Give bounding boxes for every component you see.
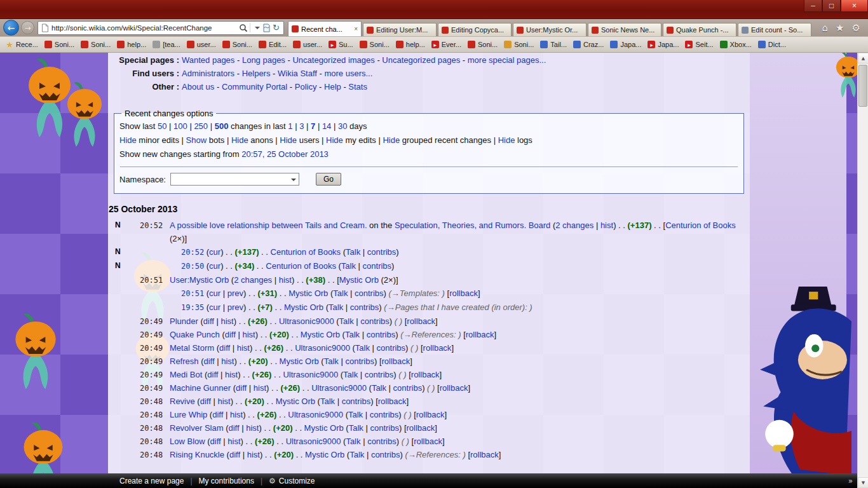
user-contribs-link[interactable]: contribs — [360, 316, 390, 326]
shortcut-link[interactable]: more special pages... — [468, 55, 546, 65]
user-talk-link[interactable]: Talk — [339, 316, 354, 326]
user-link[interactable]: Mystic Orb — [305, 450, 344, 459]
favorites-bar-item[interactable]: Soni... — [41, 39, 78, 50]
home-button[interactable]: ⌂ — [822, 22, 829, 34]
shortcut-link[interactable]: Stats — [348, 82, 367, 92]
days-option[interactable]: 14 — [322, 121, 331, 131]
search-icon[interactable] — [239, 24, 248, 32]
user-talk-link[interactable]: Talk — [329, 302, 343, 312]
user-contribs-link[interactable]: contribs — [363, 261, 392, 271]
user-contribs-link[interactable]: contribs — [350, 302, 379, 312]
from-timestamp-link[interactable]: 20:57, 25 October 2013 — [241, 149, 329, 159]
favorites-bar-item[interactable]: Edit... — [255, 39, 290, 50]
revision-time-link[interactable]: 20:50 — [181, 262, 204, 271]
history-link[interactable]: hist — [279, 275, 292, 285]
diff-link[interactable]: diff — [200, 396, 211, 406]
back-button[interactable]: ← — [3, 20, 19, 36]
history-link[interactable]: hist — [246, 423, 259, 433]
favorites-bar-item[interactable]: Soni... — [356, 39, 393, 50]
favorites-bar-item[interactable]: user... — [290, 39, 325, 50]
browser-tab[interactable]: Editing Copyca... — [438, 23, 512, 36]
user-talk-link[interactable]: Talk — [372, 383, 386, 393]
rollback-link[interactable]: rollback — [411, 370, 440, 379]
user-talk-link[interactable]: Talk — [343, 370, 358, 379]
toolbar-create-a-new-page[interactable]: Create a new page — [113, 477, 190, 485]
user-talk-link[interactable]: Talk — [333, 288, 348, 298]
shortcut-link[interactable]: Uncategorized images — [292, 55, 374, 65]
user-talk-link[interactable]: Talk — [349, 423, 363, 433]
rollback-link[interactable]: rollback — [423, 343, 452, 353]
user-talk-link[interactable]: Talk — [341, 261, 356, 271]
days-option[interactable]: 1 — [288, 121, 292, 131]
toolbar-customize[interactable]: ⚙Customize — [262, 477, 321, 485]
rollback-link[interactable]: rollback — [440, 383, 468, 393]
filter-toggle-link[interactable]: Show — [186, 135, 207, 145]
namespace-select[interactable] — [170, 173, 299, 186]
shortcut-link[interactable]: Long pages — [242, 55, 285, 65]
page-link[interactable]: Lure Whip — [170, 410, 207, 419]
shortcut-link[interactable]: Help — [324, 82, 341, 92]
rollback-link[interactable]: rollback — [416, 410, 445, 419]
chevron-down-icon[interactable] — [255, 27, 260, 29]
page-link[interactable]: Revive — [170, 396, 195, 406]
user-link[interactable]: Mystic Orb — [304, 423, 344, 433]
page-link[interactable]: Refresh — [170, 356, 199, 366]
vertical-scrollbar[interactable]: ▲ ▼ — [857, 53, 868, 488]
toolbar-expand-button[interactable]: » — [848, 477, 853, 485]
rollback-link[interactable]: rollback — [378, 396, 407, 406]
toolbar-my-contributions[interactable]: My contributions — [193, 477, 261, 485]
limit-option[interactable]: 250 — [194, 121, 208, 131]
history-link[interactable]: hist — [242, 330, 255, 339]
cur-link[interactable]: cur — [209, 288, 220, 298]
favorites-bar-item[interactable]: Dict... — [755, 39, 789, 50]
prev-link[interactable]: prev — [227, 302, 243, 312]
favorites-button[interactable]: ★ — [836, 22, 844, 34]
close-button[interactable]: × — [841, 0, 868, 12]
changes-count-link[interactable]: 2 changes — [234, 275, 272, 285]
browser-tab-active[interactable]: Recent cha...× — [288, 21, 362, 36]
user-contribs-link[interactable]: contribs — [342, 396, 371, 406]
user-link[interactable]: Centurion of Books — [266, 261, 336, 271]
shortcut-link[interactable]: Administrators — [182, 69, 234, 78]
diff-link[interactable]: diff — [228, 423, 239, 433]
favorites-bar-item[interactable]: ★Rece... — [3, 39, 41, 50]
favorites-bar-item[interactable]: help... — [114, 39, 149, 50]
board-link[interactable]: Speculation, Theories, and Rumors. Board — [395, 220, 550, 230]
user-link[interactable]: Centurion of Books — [271, 247, 341, 257]
favorites-bar-item[interactable]: Soni... — [501, 39, 537, 50]
diff-link[interactable]: diff — [225, 330, 236, 339]
rollback-link[interactable]: rollback — [466, 330, 494, 339]
user-talk-link[interactable]: Talk — [320, 396, 335, 406]
diff-link[interactable]: diff — [210, 437, 221, 446]
cur-link[interactable]: cur — [209, 261, 220, 271]
cur-link[interactable]: cur — [209, 302, 220, 312]
page-link[interactable]: Low Blow — [170, 437, 205, 446]
user-link[interactable]: Ultrasonic9000 — [288, 410, 343, 419]
user-link[interactable]: Ultrasonic9000 — [279, 316, 334, 326]
revision-time-link[interactable]: 20:51 — [181, 289, 204, 298]
minimize-button[interactable]: – — [804, 0, 822, 12]
user-contribs-link[interactable]: contribs — [355, 288, 384, 298]
user-link[interactable]: Mystic Orb — [339, 275, 379, 285]
user-talk-link[interactable]: Talk — [355, 343, 370, 353]
cur-link[interactable]: cur — [209, 247, 220, 257]
user-contribs-link[interactable]: contribs — [345, 356, 374, 366]
user-link[interactable]: Mystic Orb — [284, 302, 323, 312]
user-link[interactable]: Ultrasonic9000 — [295, 343, 350, 353]
history-link[interactable]: hist — [230, 410, 243, 419]
shortcut-link[interactable]: Uncategorized pages — [382, 55, 460, 65]
favorites-bar-item[interactable]: Soni... — [465, 39, 501, 50]
refresh-icon[interactable]: ↻ — [273, 23, 280, 32]
page-link[interactable]: A possible love relationship between Tai… — [170, 220, 367, 230]
browser-tab[interactable]: Sonic News Ne... — [588, 23, 661, 36]
user-contribs-link[interactable]: contribs — [370, 423, 399, 433]
days-option[interactable]: 30 — [338, 121, 347, 131]
user-link[interactable]: Mystic Orb — [276, 396, 315, 406]
user-contribs-link[interactable]: contribs — [367, 330, 396, 339]
diff-link[interactable]: diff — [207, 370, 218, 379]
page-link[interactable]: Quake Punch — [170, 330, 220, 339]
url-text[interactable]: http://sonic.wikia.com/wiki/Special:Rece… — [51, 24, 239, 32]
browser-tab[interactable]: Editing User:M... — [363, 23, 437, 36]
prev-link[interactable]: prev — [227, 288, 243, 298]
diff-link[interactable]: diff — [229, 450, 240, 459]
